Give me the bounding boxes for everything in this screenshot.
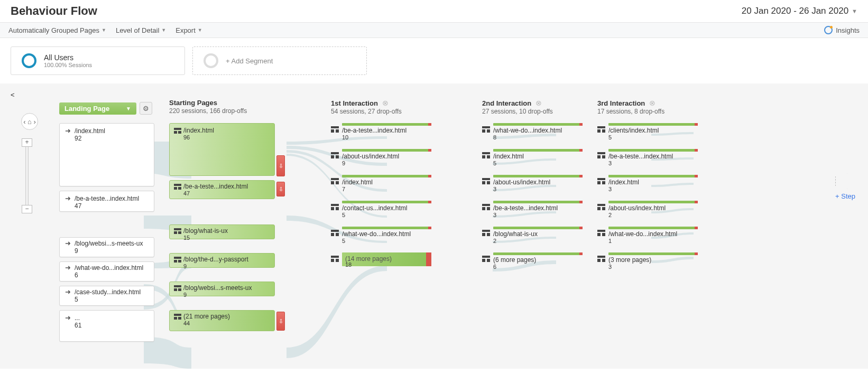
enter-icon: ➜ <box>65 240 71 255</box>
date-range-picker[interactable]: 20 Jan 2020 - 26 Jan 2020 ▼ <box>742 6 857 16</box>
node-count: 2 <box>493 238 583 244</box>
landing-node[interactable]: ➜ ... 61 <box>59 310 154 342</box>
segment-circle-icon <box>22 53 36 68</box>
interaction-node[interactable]: /index.html 7 <box>331 175 431 192</box>
page-node[interactable]: /blog/what-is-ux15 <box>169 224 275 239</box>
node-count: 5 <box>342 238 431 244</box>
node-label: /be-a-teste...index.html <box>342 127 431 134</box>
settings-button[interactable]: ⚙ <box>140 102 152 115</box>
page-icon <box>174 285 181 291</box>
node-label: /index.html <box>608 179 698 186</box>
segment-subtitle: 100.00% Sessions <box>44 62 92 68</box>
interaction-node[interactable]: /be-a-teste...index.html 3 <box>482 201 583 218</box>
node-count: 6 <box>493 264 583 270</box>
node-label: (3 more pages) <box>608 256 698 264</box>
node-label: (6 more pages) <box>493 256 583 264</box>
grouped-pages-dropdown[interactable]: Automatically Grouped Pages ▼ <box>8 26 106 34</box>
add-segment-circle-icon <box>204 53 218 68</box>
interaction-node[interactable]: /be-a-teste...index.html 10 <box>331 123 431 141</box>
page-node[interactable]: /be-a-teste...index.html47⇩ <box>169 180 275 199</box>
node-label: /what-we-do...index.html <box>75 264 143 271</box>
node-count: 9 <box>183 263 270 269</box>
interaction-node[interactable]: /contact-us...index.html 5 <box>331 201 431 218</box>
landing-column: Landing Page ▼ ⚙ ➜ /index.html 92➜ /be-a… <box>59 99 154 346</box>
remove-column-icon[interactable]: ⊗ <box>382 99 389 107</box>
node-label: /be-a-teste...index.html <box>75 195 139 202</box>
interaction-node[interactable]: /be-a-teste...index.html 3 <box>597 149 698 166</box>
node-count: 5 <box>342 212 431 218</box>
remove-column-icon[interactable]: ⊗ <box>535 99 542 107</box>
node-count: 5 <box>75 296 141 303</box>
add-segment-label: + Add Segment <box>226 57 273 65</box>
interaction-node[interactable]: /about-us/index.html 9 <box>331 149 431 166</box>
page-node[interactable]: /blog/the-d...y-passport9 <box>169 253 275 268</box>
page-icon <box>597 152 605 158</box>
interaction-node[interactable]: /blog/what-is-ux 2 <box>482 227 583 244</box>
node-label: /blog/what-is-ux <box>493 230 583 238</box>
zoom-out-button[interactable]: − <box>22 205 32 213</box>
segment-all-users[interactable]: All Users 100.00% Sessions <box>11 46 185 75</box>
interaction-node[interactable]: /what-we-do...index.html 1 <box>597 227 698 244</box>
column-title: 1st Interaction <box>331 99 378 107</box>
flow-visualization[interactable]: ‹ ⌂ › + − < <box>0 83 868 369</box>
column-subtitle: 27 sessions, 10 drop-offs <box>482 108 583 115</box>
landing-node[interactable]: ➜ /case-study...index.html 5 <box>59 286 154 306</box>
page-icon <box>174 184 181 190</box>
level-of-detail-dropdown[interactable]: Level of Detail ▼ <box>116 26 166 34</box>
page-node[interactable]: /index.html96⇩ <box>169 123 275 176</box>
export-dropdown[interactable]: Export ▼ <box>176 26 202 34</box>
zoom-in-button[interactable]: + <box>22 138 32 147</box>
interaction-node[interactable]: /index.html 3 <box>597 175 698 192</box>
page-icon <box>482 126 490 133</box>
home-nav-button[interactable]: ‹ ⌂ › <box>21 113 38 130</box>
node-count: 3 <box>493 212 583 218</box>
node-count: 9 <box>342 160 431 166</box>
interaction-node[interactable]: /clients/index.html 5 <box>597 123 698 141</box>
page-icon <box>331 204 339 210</box>
node-label: /about-us/index.html <box>493 179 583 186</box>
add-segment-button[interactable]: + Add Segment <box>192 46 367 75</box>
node-label: ... <box>75 314 81 322</box>
interaction-node[interactable]: /about-us/index.html 2 <box>597 201 698 218</box>
interaction-node[interactable]: /about-us/index.html 3 <box>482 175 583 192</box>
page-node[interactable]: (21 more pages)44⇩ <box>169 310 275 331</box>
page-icon <box>331 256 339 262</box>
page-icon <box>597 204 605 210</box>
third-interaction-column: 3rd Interaction ⊗ 17 sessions, 8 drop-of… <box>597 99 698 346</box>
node-count: 3 <box>608 264 698 270</box>
insights-button[interactable]: Insights <box>824 26 860 34</box>
node-label: /index.html <box>493 153 583 160</box>
page-icon <box>597 126 605 133</box>
landing-page-dropdown[interactable]: Landing Page ▼ <box>59 102 136 115</box>
interaction-node[interactable]: /what-we-do...index.html 8 <box>482 123 583 141</box>
first-interaction-column: 1st Interaction ⊗ 54 sessions, 27 drop-o… <box>331 99 431 346</box>
node-count: 5 <box>608 134 698 141</box>
interaction-node[interactable]: /what-we-do...index.html 5 <box>331 227 431 244</box>
node-count: 8 <box>493 134 583 141</box>
landing-node[interactable]: ➜ /what-we-do...index.html 6 <box>59 261 154 282</box>
node-label: /contact-us...index.html <box>342 204 431 212</box>
interaction-node[interactable]: /index.html 5 <box>482 149 583 166</box>
landing-node[interactable]: ➜ /blog/websi...s-meets-ux 9 <box>59 237 154 257</box>
page-icon <box>331 230 339 236</box>
column-title: 2nd Interaction <box>482 99 531 107</box>
insights-icon <box>824 26 833 34</box>
node-label: /blog/what-is-ux <box>174 227 270 235</box>
enter-icon: ➜ <box>65 195 71 208</box>
node-count: 44 <box>183 320 270 326</box>
landing-node[interactable]: ➜ /index.html 92 <box>59 123 154 186</box>
interaction-node[interactable]: (6 more pages) 6 <box>482 252 583 270</box>
page-node[interactable]: /blog/websi...s-meets-ux9 <box>169 282 275 296</box>
zoom-slider[interactable] <box>25 147 29 205</box>
remove-column-icon[interactable]: ⊗ <box>649 99 655 107</box>
page-icon <box>597 230 605 236</box>
interaction-node[interactable]: (3 more pages) 3 <box>597 252 698 270</box>
column-title: 3rd Interaction <box>597 99 645 107</box>
interaction-node[interactable]: (14 more pages) 18 <box>331 252 431 266</box>
node-label: /index.html <box>174 127 270 134</box>
node-label: /about-us/index.html <box>608 204 698 212</box>
date-range-text: 20 Jan 2020 - 26 Jan 2020 <box>742 6 848 16</box>
node-label: /what-we-do...index.html <box>342 230 431 238</box>
landing-node[interactable]: ➜ /be-a-teste...index.html 47 <box>59 191 154 212</box>
insights-label: Insights <box>836 26 860 34</box>
